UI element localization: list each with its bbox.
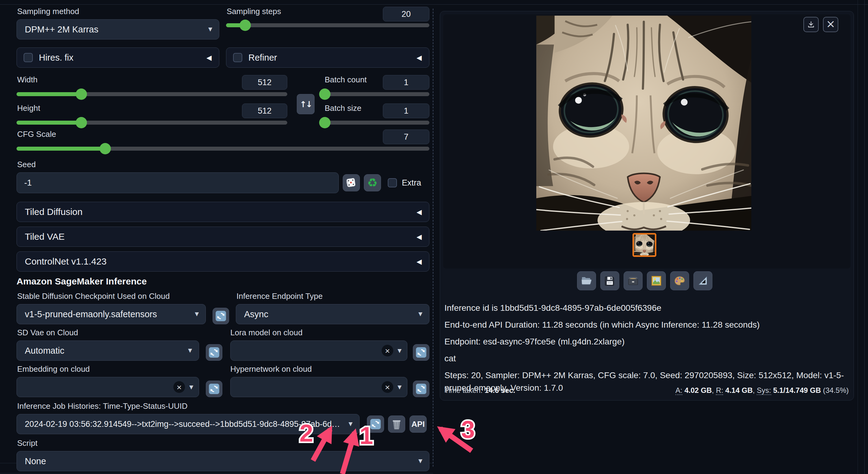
download-icon — [806, 20, 816, 29]
api-button[interactable]: API — [409, 415, 427, 433]
save-zip-button[interactable] — [624, 271, 643, 290]
slider-handle[interactable] — [319, 117, 331, 128]
hires-fix-checkbox[interactable] — [24, 53, 33, 62]
tiled-diffusion-accordion[interactable]: Tiled Diffusion ◀ — [17, 202, 429, 222]
refresh-vae-button[interactable] — [206, 344, 222, 361]
width-slider[interactable] — [17, 92, 287, 96]
cfg-scale-label: CFG Scale — [17, 129, 56, 139]
height-input[interactable]: 512 — [242, 103, 287, 118]
height-label: Height — [17, 103, 40, 113]
script-label: Script — [17, 439, 429, 448]
height-slider[interactable] — [17, 121, 287, 125]
delete-job-history-button[interactable] — [388, 415, 405, 433]
inference-info-block: Inference id is 1bbd5d51-9dc8-4895-97ab-… — [444, 302, 848, 398]
sampling-steps-slider[interactable] — [226, 23, 429, 27]
refresh-embedding-button[interactable] — [206, 381, 222, 397]
sys-vram-value: 5.1/14.749 GB — [773, 386, 821, 394]
panel-resize-divider[interactable] — [433, 8, 433, 467]
batch-count-slider[interactable] — [324, 92, 429, 96]
sd-vae-dropdown[interactable]: Automatic ▼ — [17, 341, 199, 361]
reuse-seed-button[interactable]: ♻ — [364, 174, 381, 191]
refresh-hypernetwork-button[interactable] — [413, 381, 429, 397]
thumbnail-image — [634, 234, 655, 255]
memory-stats: A: 4.02 GB, R: 4.14 GB, Sys: 5.1/14.749 … — [675, 386, 849, 395]
time-taken-value: 14.6 sec. — [485, 386, 515, 394]
generated-image[interactable] — [536, 15, 751, 230]
chevron-down-icon: ▼ — [398, 384, 402, 390]
refresh-icon — [209, 347, 220, 358]
batch-size-input[interactable]: 1 — [383, 103, 429, 118]
tiled-vae-accordion[interactable]: Tiled VAE ◀ — [17, 227, 429, 247]
chevron-down-icon: ▼ — [398, 348, 402, 354]
clear-icon[interactable]: × — [173, 381, 185, 393]
sd-vae-value: Automatic — [25, 346, 64, 356]
hypernetwork-label: Hypernetwork on cloud — [230, 365, 312, 374]
accordion-collapse-icon: ◀ — [416, 233, 422, 241]
image-actions-toolbar — [577, 271, 712, 290]
save-image-button[interactable] — [600, 271, 619, 290]
batch-size-slider[interactable] — [324, 121, 429, 125]
chevron-down-icon: ▼ — [348, 421, 352, 427]
random-seed-button[interactable] — [343, 174, 360, 191]
cloud-checkpoint-label: Stable Diffusion Checkpoint Used on Clou… — [17, 291, 229, 301]
refiner-label: Refiner — [248, 53, 277, 63]
refresh-job-history-button[interactable] — [367, 415, 384, 433]
vram-active-value: 4.02 GB — [685, 386, 712, 394]
image-download-button[interactable] — [803, 17, 819, 32]
sampling-steps-label: Sampling steps — [227, 7, 281, 16]
embedding-multiselect[interactable]: × ▼ — [17, 377, 199, 397]
vram-reserved-label: R: — [716, 386, 723, 395]
cfg-scale-slider[interactable] — [17, 147, 429, 151]
slider-handle[interactable] — [76, 89, 87, 100]
job-history-dropdown[interactable]: 2024-02-19 03:56:32.914549-->txt2img-->s… — [17, 414, 360, 434]
endpoint-type-dropdown[interactable]: Async ▼ — [236, 304, 429, 324]
hires-fix-accordion[interactable]: Hires. fix ◀ — [17, 48, 219, 68]
job-history-value: 2024-02-19 03:56:32.914549-->txt2img-->s… — [25, 419, 341, 429]
batch-count-input[interactable]: 1 — [383, 75, 429, 90]
script-dropdown[interactable]: None ▼ — [17, 451, 429, 471]
accordion-title: ControlNet v1.1.423 — [25, 256, 106, 267]
sampling-method-label: Sampling method — [17, 7, 219, 16]
time-taken-label: Time taken: — [444, 386, 483, 394]
cloud-checkpoint-dropdown[interactable]: v1-5-pruned-emaonly.safetensors ▼ — [17, 304, 206, 324]
inference-id-line: Inference id is 1bbd5d51-9dc8-4895-97ab-… — [444, 302, 848, 314]
scrollbar-track[interactable] — [864, 0, 865, 474]
script-value: None — [25, 456, 46, 466]
send-to-extras-button[interactable] — [670, 271, 689, 290]
open-folder-button[interactable] — [577, 271, 596, 290]
gallery-thumbnail[interactable] — [632, 233, 656, 257]
slider-handle[interactable] — [240, 20, 251, 31]
chevron-down-icon: ▼ — [418, 311, 422, 317]
slider-handle[interactable] — [76, 117, 87, 128]
hypernetwork-multiselect[interactable]: × ▼ — [230, 377, 407, 397]
swap-dimensions-button[interactable]: ↑↓ — [297, 94, 315, 114]
clear-icon[interactable]: × — [382, 381, 393, 393]
slider-handle[interactable] — [99, 143, 111, 154]
chevron-down-icon: ▼ — [195, 311, 199, 317]
sd-vae-label: SD Vae on Cloud — [17, 328, 230, 338]
send-to-img2img-button[interactable] — [647, 271, 666, 290]
sampling-method-dropdown[interactable]: DPM++ 2M Karras ▼ — [17, 19, 219, 39]
sys-vram-percent: (34.5%) — [823, 386, 849, 394]
refiner-accordion[interactable]: Refiner ◀ — [226, 48, 429, 68]
image-close-button[interactable]: × — [823, 17, 838, 32]
cfg-scale-input[interactable]: 7 — [383, 129, 429, 144]
controlnet-accordion[interactable]: ControlNet v1.1.423 ◀ — [17, 251, 429, 272]
refresh-icon — [370, 418, 381, 430]
scale-tool-button[interactable] — [693, 271, 712, 290]
width-input[interactable]: 512 — [242, 75, 287, 90]
seed-input[interactable]: -1 — [17, 172, 339, 193]
annotation-arrow-3 — [440, 429, 472, 451]
lora-multiselect[interactable]: × ▼ — [230, 341, 407, 361]
clear-icon[interactable]: × — [382, 345, 393, 356]
refresh-lora-button[interactable] — [413, 344, 429, 361]
sampling-steps-input[interactable]: 20 — [383, 7, 429, 22]
embedding-label: Embedding on cloud — [17, 365, 230, 374]
refiner-checkbox[interactable] — [233, 53, 242, 62]
top-border-line — [0, 4, 868, 5]
refresh-icon — [415, 383, 427, 394]
hires-fix-label: Hires. fix — [39, 53, 73, 63]
generation-footer: Time taken: 14.6 sec. A: 4.02 GB, R: 4.1… — [444, 386, 849, 395]
refresh-checkpoint-button[interactable] — [213, 308, 229, 324]
extra-seed-checkbox[interactable] — [388, 178, 397, 187]
